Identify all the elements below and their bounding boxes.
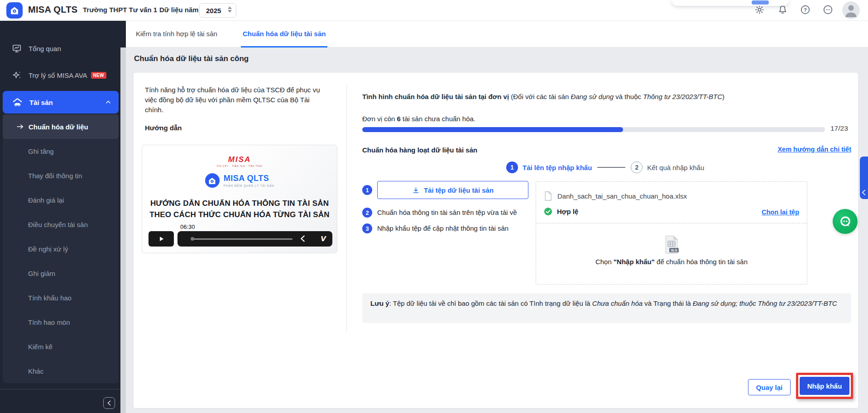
data-year-selector[interactable]: 2025 <box>199 3 236 18</box>
new-badge: NEW <box>91 72 106 79</box>
misa-logo-slogan: TIN CẬY - TIỆN ÍCH - TẬN TÌNH <box>142 165 337 167</box>
wizard-step-1-label: Tải lên tệp nhập khẩu <box>523 164 592 171</box>
valid-check-icon <box>544 207 552 216</box>
submenu-item-label: Tính khấu hao <box>28 294 72 302</box>
user-avatar[interactable] <box>842 1 860 19</box>
video-progress-bar[interactable]: v <box>177 231 332 247</box>
sidebar-collapse-button[interactable] <box>103 397 115 409</box>
arrow-right-icon <box>16 123 24 130</box>
sidebar-item-label: Tổng quan <box>29 45 61 52</box>
year-stepper[interactable] <box>228 6 232 13</box>
content-card: Tính năng hỗ trợ chuẩn hóa dữ liệu của T… <box>134 73 858 408</box>
qlts-logo-icon <box>205 173 220 188</box>
file-icon <box>544 191 552 201</box>
step-2-text: Chuẩn hóa thông tin tài sản trên tệp vừa… <box>377 209 517 216</box>
sidebar-nav: Tổng quan Trợ lý số MISA AVA NEW Tài sản… <box>0 21 126 413</box>
submenu-item-label: Ghi tăng <box>28 147 54 155</box>
qlts-brand-name: MISA QLTS <box>224 174 274 183</box>
import-wizard-stepper: 1 Tải lên tệp nhập khẩu 2 Kết quả nhập k… <box>506 161 704 173</box>
wizard-step-2-circle: 2 <box>631 161 643 173</box>
video-progress-track[interactable] <box>194 238 293 240</box>
submenu-item-label: Tính hao mòn <box>28 318 70 326</box>
submenu-item-danh-gia-lai[interactable]: Đánh giá lại <box>3 188 119 212</box>
app-logo-icon[interactable] <box>6 2 23 19</box>
stepper-up-icon[interactable] <box>228 6 232 9</box>
submenu-item-tinh-khau-hao[interactable]: Tính khấu hao <box>3 285 119 310</box>
sidebar-item-assets[interactable]: Tài sản <box>3 91 119 114</box>
sidebar-item-misa-ava[interactable]: Trợ lý số MISA AVA NEW <box>0 64 119 86</box>
submenu-item-ghi-giam[interactable]: Ghi giảm <box>3 261 119 285</box>
misa-logo-text: MISA <box>142 155 337 164</box>
tab-chuan-hoa-du-lieu[interactable]: Chuẩn hóa dữ liệu tài sản <box>241 21 327 47</box>
guide-video-player[interactable]: MISA TIN CẬY - TIỆN ÍCH - TẬN TÌNH MISA … <box>142 145 337 253</box>
submenu-item-label: Thay đổi thông tin <box>28 172 82 180</box>
misa-qlts-brand: MISA QLTS PHẦN MỀM QUẢN LÝ TÀI SẢN <box>142 173 337 188</box>
back-button[interactable]: Quay lại <box>748 379 791 395</box>
xls-file-icon: XLS <box>663 235 680 256</box>
submenu-item-de-nghi-xu-ly[interactable]: Đề nghị xử lý <box>3 237 119 261</box>
reselect-file-link[interactable]: Chọn lại tệp <box>762 209 799 216</box>
submenu-item-chuan-hoa-du-lieu[interactable]: Chuẩn hóa dữ liệu <box>3 114 119 139</box>
sidebar-item-label: Tài sản <box>29 99 53 106</box>
play-icon <box>157 235 165 243</box>
submenu-item-tinh-hao-mon[interactable]: Tính hao mòn <box>3 310 119 334</box>
submenu-item-ghi-tang[interactable]: Ghi tăng <box>3 139 119 163</box>
submenu-item-thay-doi-thong-tin[interactable]: Thay đổi thông tin <box>3 163 119 188</box>
submenu-item-dieu-chuyen-tai-san[interactable]: Điều chuyển tài sản <box>3 212 119 237</box>
overview-icon <box>12 43 23 53</box>
submenu-item-khac[interactable]: Khác <box>3 359 119 383</box>
import-hint-text: Chọn "Nhập khẩu" để chuẩn hóa thông tin … <box>536 258 807 266</box>
stepper-down-icon[interactable] <box>228 10 232 13</box>
misa-logo: MISA TIN CẬY - TIỆN ÍCH - TẬN TÌNH <box>142 155 337 167</box>
import-button[interactable]: Nhập khẩu <box>800 377 849 395</box>
video-title: HƯỚNG DẪN CHUẨN HÓA THÔNG TIN TÀI SẢN TH… <box>142 198 337 220</box>
sidebar-scrollbar[interactable] <box>120 47 126 413</box>
highlight-annotation-box: Nhập khẩu <box>796 373 853 399</box>
standardization-panel: Tình hình chuẩn hóa dữ liệu tài sản tại … <box>362 73 851 408</box>
detailed-guide-link[interactable]: Xem hướng dẫn chi tiết <box>777 146 851 153</box>
vimeo-logo-icon[interactable]: v <box>321 233 326 243</box>
wizard-connector <box>597 167 625 168</box>
qlts-brand-subtitle: PHẦN MỀM QUẢN LÝ TÀI SẢN <box>224 184 274 187</box>
feature-description: Tính năng hỗ trợ chuẩn hóa dữ liệu của T… <box>145 85 324 115</box>
video-play-button[interactable] <box>149 231 174 247</box>
assets-submenu: Chuẩn hóa dữ liệu Ghi tăng Thay đổi thôn… <box>3 114 119 383</box>
help-icon[interactable]: ? <box>800 5 811 15</box>
more-options-icon[interactable] <box>823 5 834 15</box>
submenu-item-label: Kiểm kê <box>28 343 53 351</box>
side-panel-toggle[interactable] <box>860 157 868 199</box>
top-bar: MISA QLTS Trường THPT Tư vấn 1 Dữ liệu n… <box>0 0 868 21</box>
submenu-item-label: Khác <box>28 367 43 375</box>
batch-title: Chuẩn hóa hàng loạt dữ liệu tài sản <box>362 146 477 154</box>
file-box-divider <box>536 223 807 223</box>
sparkle-icon <box>12 70 23 80</box>
chat-bubble-icon <box>839 215 852 228</box>
support-chat-button[interactable] <box>833 209 858 234</box>
settings-gear-icon[interactable] <box>754 5 765 15</box>
chevron-left-icon <box>861 190 866 195</box>
wizard-step-2-label: Kết quả nhập khẩu <box>647 164 704 171</box>
status-heading: Tình hình chuẩn hóa dữ liệu tài sản tại … <box>362 93 724 100</box>
page-title: Chuẩn hóa dữ liệu tài sản công <box>134 54 249 63</box>
remaining-assets-text: Đơn vị còn 6 tài sản chưa chuẩn hóa. <box>362 115 475 123</box>
floating-popup-cutoff <box>672 0 789 6</box>
video-chevron-icon[interactable] <box>300 235 305 242</box>
download-data-file-button[interactable]: Tải tệp dữ liệu tài sản <box>377 181 528 199</box>
wizard-step-1-circle: 1 <box>506 161 518 173</box>
submenu-item-kiem-ke[interactable]: Kiểm kê <box>3 334 119 359</box>
progress-label: 17/23 <box>830 124 848 133</box>
tab-kiem-tra-hop-le[interactable]: Kiểm tra tính hợp lệ tài sản <box>136 21 217 47</box>
chevron-left-icon <box>107 400 111 406</box>
note-box: Lưu ý: Tệp dữ liệu tải về chỉ bao gồm cá… <box>362 293 851 323</box>
organization-name[interactable]: Trường THPT Tư vấn 1 <box>83 6 157 14</box>
data-year-label: Dữ liệu năm <box>159 6 199 14</box>
notifications-bell-icon[interactable] <box>777 5 788 15</box>
step-3-text: Nhập khẩu tệp để cập nhật thông tin tài … <box>377 224 508 232</box>
uploaded-file-box: Danh_sach_tai_san_chua_chuan_hoa.xlsx Hợ… <box>536 181 807 285</box>
download-icon <box>412 186 420 194</box>
submenu-item-label: Ghi giảm <box>28 270 55 277</box>
step-3-number: 3 <box>362 223 372 233</box>
sidebar-item-overview[interactable]: Tổng quan <box>0 38 119 59</box>
data-year-value: 2025 <box>206 7 221 14</box>
standardization-progress-bar <box>362 127 825 132</box>
